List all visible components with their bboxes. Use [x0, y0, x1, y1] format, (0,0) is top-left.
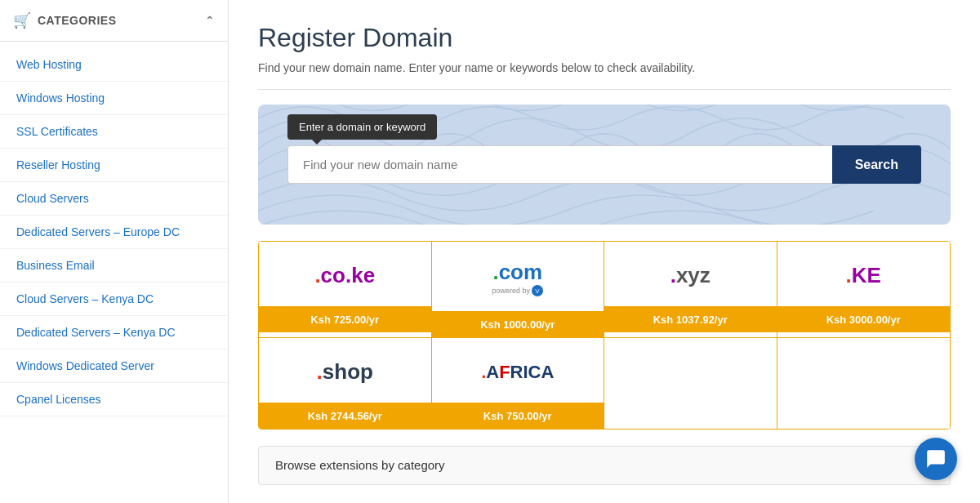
search-button[interactable]: Search: [832, 145, 921, 184]
sidebar-title: CATEGORIES: [38, 14, 117, 27]
domain-logo-coke: .co.ke: [259, 242, 431, 307]
page-title: Register Domain: [258, 23, 951, 53]
domain-price-xyz: Ksh 1037.92/yr: [604, 307, 777, 332]
sidebar-item-windows-dedicated[interactable]: Windows Dedicated Server: [0, 349, 228, 383]
browse-title: Browse extensions by category: [275, 458, 445, 472]
domain-row-1: .co.ke Ksh 725.00/yr .com powered by V K…: [259, 242, 950, 337]
search-input[interactable]: [287, 145, 832, 184]
domain-card-africa[interactable]: .AFRICA Ksh 750.00/yr: [432, 338, 605, 429]
domain-price-coke: Ksh 725.00/yr: [259, 307, 431, 332]
domain-price-ke: Ksh 3000.00/yr: [777, 307, 951, 332]
domain-card-com[interactable]: .com powered by V Ksh 1000.00/yr: [432, 242, 605, 337]
domain-logo-com: .com powered by V: [432, 242, 604, 312]
domain-price-shop: Ksh 2744.56/yr: [259, 403, 431, 429]
sidebar-item-ssl-certificates[interactable]: SSL Certificates: [0, 115, 228, 149]
domain-price-africa: Ksh 750.00/yr: [432, 403, 604, 429]
powered-by-verisign: powered by V: [492, 285, 543, 296]
domain-logo-ke: .KE: [777, 242, 951, 307]
search-row: Search: [287, 145, 921, 184]
sidebar-item-windows-hosting[interactable]: Windows Hosting: [0, 82, 228, 115]
domain-card-xyz[interactable]: .xyz Ksh 1037.92/yr: [604, 242, 777, 337]
sidebar: 🛒 CATEGORIES ⌃ Web Hosting Windows Hosti…: [0, 0, 229, 503]
sidebar-item-cloud-servers[interactable]: Cloud Servers: [0, 182, 228, 216]
domain-card-ke[interactable]: .KE Ksh 3000.00/yr: [777, 242, 951, 337]
domain-card-empty-1: [604, 338, 777, 429]
search-wrapper: Enter a domain or keyword Search: [287, 145, 921, 184]
sidebar-item-cpanel[interactable]: Cpanel Licenses: [0, 383, 228, 416]
main-content: Register Domain Find your new domain nam…: [229, 0, 980, 503]
chat-icon: [925, 448, 947, 470]
sidebar-item-business-email[interactable]: Business Email: [0, 249, 228, 283]
browse-section: Browse extensions by category: [258, 446, 951, 485]
chat-bubble-button[interactable]: [915, 438, 957, 480]
sidebar-item-web-hosting[interactable]: Web Hosting: [0, 48, 228, 82]
page-subtitle: Find your new domain name. Enter your na…: [258, 61, 951, 74]
cart-icon: 🛒: [13, 11, 31, 29]
sidebar-nav: Web Hosting Windows Hosting SSL Certific…: [0, 42, 228, 423]
domain-logo-africa: .AFRICA: [432, 338, 604, 403]
search-tooltip: Enter a domain or keyword: [287, 114, 437, 140]
domain-card-coke[interactable]: .co.ke Ksh 725.00/yr: [259, 242, 432, 337]
domain-price-com: Ksh 1000.00/yr: [432, 312, 604, 337]
domain-cards-container: .co.ke Ksh 725.00/yr .com powered by V K…: [258, 241, 951, 430]
chevron-up-icon: ⌃: [205, 14, 215, 27]
domain-row-2: .shop Ksh 2744.56/yr .AFRICA Ksh 750.00/…: [259, 337, 950, 429]
divider: [258, 89, 951, 90]
domain-card-shop[interactable]: .shop Ksh 2744.56/yr: [259, 338, 432, 429]
sidebar-item-reseller-hosting[interactable]: Reseller Hosting: [0, 149, 228, 182]
domain-logo-xyz: .xyz: [604, 242, 777, 307]
search-area: Enter a domain or keyword Search: [258, 105, 951, 225]
domain-logo-shop: .shop: [259, 338, 431, 403]
sidebar-item-cloud-kenya[interactable]: Cloud Servers – Kenya DC: [0, 283, 228, 316]
sidebar-item-dedicated-kenya[interactable]: Dedicated Servers – Kenya DC: [0, 316, 228, 349]
domain-card-empty-2: [777, 338, 951, 429]
sidebar-header: 🛒 CATEGORIES ⌃: [0, 0, 228, 42]
sidebar-item-dedicated-europe[interactable]: Dedicated Servers – Europe DC: [0, 216, 228, 249]
